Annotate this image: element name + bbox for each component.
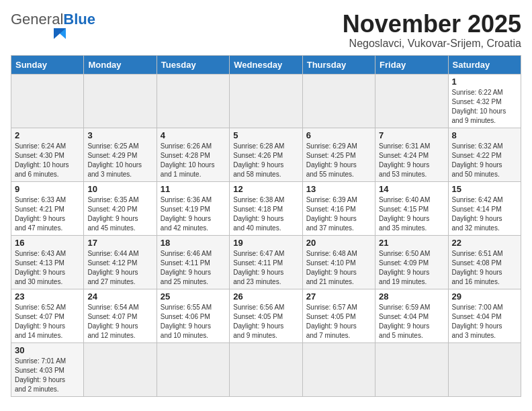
calendar-cell: 13Sunrise: 6:39 AM Sunset: 4:16 PM Dayli… [302,181,375,235]
logo: General Blue [11,11,95,39]
day-number: 11 [161,184,226,194]
day-info: Sunrise: 6:50 AM Sunset: 4:09 PM Dayligh… [379,249,444,287]
calendar-cell [302,342,375,396]
day-number: 10 [87,184,152,194]
logo-icon [12,28,66,39]
day-number: 4 [161,130,226,140]
day-number: 23 [15,291,80,302]
calendar-cell: 1Sunrise: 6:22 AM Sunset: 4:32 PM Daylig… [448,74,521,128]
day-number: 5 [233,130,298,140]
calendar-cell: 15Sunrise: 6:42 AM Sunset: 4:14 PM Dayli… [448,181,521,235]
calendar-cell: 6Sunrise: 6:29 AM Sunset: 4:25 PM Daylig… [302,128,375,181]
calendar-cell [230,342,302,396]
calendar-cell: 8Sunrise: 6:32 AM Sunset: 4:22 PM Daylig… [448,128,521,181]
day-info: Sunrise: 6:35 AM Sunset: 4:20 PM Dayligh… [87,195,152,233]
day-number: 20 [306,238,371,248]
calendar-week-row: 2Sunrise: 6:24 AM Sunset: 4:30 PM Daylig… [11,128,521,181]
day-info: Sunrise: 6:38 AM Sunset: 4:18 PM Dayligh… [233,195,298,233]
month-title: November 2025 [343,11,521,38]
day-number: 29 [452,291,517,302]
calendar-cell: 5Sunrise: 6:28 AM Sunset: 4:26 PM Daylig… [230,128,302,181]
calendar-cell: 17Sunrise: 6:44 AM Sunset: 4:12 PM Dayli… [84,235,157,289]
col-sunday: Sunday [11,55,84,74]
calendar-cell: 29Sunrise: 7:00 AM Sunset: 4:04 PM Dayli… [448,289,521,342]
col-saturday: Saturday [448,55,521,74]
day-number: 14 [379,184,444,194]
day-number: 28 [379,291,444,302]
calendar-cell [84,74,157,128]
calendar-cell: 19Sunrise: 6:47 AM Sunset: 4:11 PM Dayli… [230,235,302,289]
calendar-cell [11,74,84,128]
day-info: Sunrise: 6:57 AM Sunset: 4:05 PM Dayligh… [306,303,371,340]
day-info: Sunrise: 6:40 AM Sunset: 4:15 PM Dayligh… [379,195,444,233]
calendar-cell: 12Sunrise: 6:38 AM Sunset: 4:18 PM Dayli… [230,181,302,235]
calendar-cell: 7Sunrise: 6:31 AM Sunset: 4:24 PM Daylig… [375,128,448,181]
calendar-cell: 25Sunrise: 6:55 AM Sunset: 4:06 PM Dayli… [157,289,229,342]
calendar-week-row: 1Sunrise: 6:22 AM Sunset: 4:32 PM Daylig… [11,74,521,128]
day-info: Sunrise: 6:52 AM Sunset: 4:07 PM Dayligh… [15,303,80,340]
calendar-cell: 9Sunrise: 6:33 AM Sunset: 4:21 PM Daylig… [11,181,84,235]
day-info: Sunrise: 6:47 AM Sunset: 4:11 PM Dayligh… [233,249,298,287]
calendar-cell [375,342,448,396]
day-info: Sunrise: 6:56 AM Sunset: 4:05 PM Dayligh… [233,303,298,340]
calendar-cell: 23Sunrise: 6:52 AM Sunset: 4:07 PM Dayli… [11,289,84,342]
calendar-cell: 3Sunrise: 6:25 AM Sunset: 4:29 PM Daylig… [84,128,157,181]
logo-blue-text: Blue [63,11,95,28]
day-info: Sunrise: 6:33 AM Sunset: 4:21 PM Dayligh… [15,195,80,233]
day-info: Sunrise: 7:00 AM Sunset: 4:04 PM Dayligh… [452,303,517,340]
logo-general-text: General [11,11,63,28]
day-number: 26 [233,291,298,302]
day-info: Sunrise: 6:59 AM Sunset: 4:04 PM Dayligh… [379,303,444,340]
col-tuesday: Tuesday [157,55,229,74]
day-number: 22 [452,238,517,248]
day-number: 27 [306,291,371,302]
calendar-cell: 27Sunrise: 6:57 AM Sunset: 4:05 PM Dayli… [302,289,375,342]
day-number: 6 [306,130,371,140]
calendar-week-row: 16Sunrise: 6:43 AM Sunset: 4:13 PM Dayli… [11,235,521,289]
col-wednesday: Wednesday [230,55,302,74]
title-area: November 2025 Negoslavci, Vukovar-Srijem… [343,11,521,50]
day-info: Sunrise: 6:24 AM Sunset: 4:30 PM Dayligh… [15,142,80,179]
day-number: 15 [452,184,517,194]
day-number: 30 [15,345,80,355]
day-info: Sunrise: 6:46 AM Sunset: 4:11 PM Dayligh… [161,249,226,287]
day-info: Sunrise: 7:01 AM Sunset: 4:03 PM Dayligh… [15,357,80,394]
location-title: Negoslavci, Vukovar-Srijem, Croatia [343,38,521,50]
day-number: 8 [452,130,517,140]
calendar-cell: 21Sunrise: 6:50 AM Sunset: 4:09 PM Dayli… [375,235,448,289]
day-info: Sunrise: 6:43 AM Sunset: 4:13 PM Dayligh… [15,249,80,287]
calendar-cell: 28Sunrise: 6:59 AM Sunset: 4:04 PM Dayli… [375,289,448,342]
day-number: 1 [452,77,517,87]
day-number: 9 [15,184,80,194]
day-number: 13 [306,184,371,194]
calendar-week-row: 9Sunrise: 6:33 AM Sunset: 4:21 PM Daylig… [11,181,521,235]
calendar-week-row: 23Sunrise: 6:52 AM Sunset: 4:07 PM Dayli… [11,289,521,342]
day-info: Sunrise: 6:39 AM Sunset: 4:16 PM Dayligh… [306,195,371,233]
col-monday: Monday [84,55,157,74]
day-info: Sunrise: 6:48 AM Sunset: 4:10 PM Dayligh… [306,249,371,287]
day-info: Sunrise: 6:51 AM Sunset: 4:08 PM Dayligh… [452,249,517,287]
day-info: Sunrise: 6:36 AM Sunset: 4:19 PM Dayligh… [161,195,226,233]
calendar-cell: 4Sunrise: 6:26 AM Sunset: 4:28 PM Daylig… [157,128,229,181]
day-info: Sunrise: 6:42 AM Sunset: 4:14 PM Dayligh… [452,195,517,233]
calendar-table: Sunday Monday Tuesday Wednesday Thursday… [11,55,521,397]
calendar-cell: 20Sunrise: 6:48 AM Sunset: 4:10 PM Dayli… [302,235,375,289]
day-number: 18 [161,238,226,248]
calendar-cell [84,342,157,396]
calendar-cell [157,74,229,128]
day-number: 24 [87,291,152,302]
calendar-cell: 22Sunrise: 6:51 AM Sunset: 4:08 PM Dayli… [448,235,521,289]
calendar-week-row: 30Sunrise: 7:01 AM Sunset: 4:03 PM Dayli… [11,342,521,396]
day-number: 17 [87,238,152,248]
day-info: Sunrise: 6:28 AM Sunset: 4:26 PM Dayligh… [233,142,298,179]
calendar-cell [157,342,229,396]
day-info: Sunrise: 6:32 AM Sunset: 4:22 PM Dayligh… [452,142,517,179]
day-number: 21 [379,238,444,248]
calendar-cell: 24Sunrise: 6:54 AM Sunset: 4:07 PM Dayli… [84,289,157,342]
day-info: Sunrise: 6:25 AM Sunset: 4:29 PM Dayligh… [87,142,152,179]
day-info: Sunrise: 6:22 AM Sunset: 4:32 PM Dayligh… [452,88,517,126]
calendar-cell: 2Sunrise: 6:24 AM Sunset: 4:30 PM Daylig… [11,128,84,181]
calendar-cell: 14Sunrise: 6:40 AM Sunset: 4:15 PM Dayli… [375,181,448,235]
day-number: 25 [161,291,226,302]
day-number: 2 [15,130,80,140]
